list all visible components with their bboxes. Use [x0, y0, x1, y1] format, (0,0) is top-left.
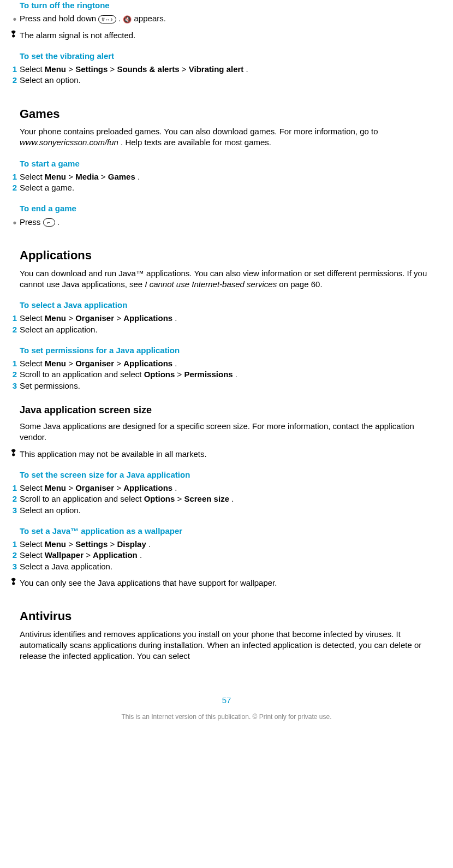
list-item: • Press and hold down #↔♪ . 🔇 appears.	[10, 13, 443, 24]
text: >	[116, 313, 123, 323]
text: >	[86, 550, 93, 560]
menu-path: Settings	[75, 64, 108, 74]
text: .	[175, 483, 177, 492]
list-item: 3 Select a Java application.	[10, 561, 443, 572]
text: appears.	[134, 14, 166, 23]
text: >	[68, 172, 75, 181]
step-text: Scroll to an application and select Opti…	[20, 369, 443, 380]
menu-path: Menu	[45, 539, 66, 549]
step-number: 1	[10, 171, 20, 182]
page-number: 57	[10, 695, 443, 706]
step-number: 2	[10, 550, 20, 561]
text: Scroll to an application and select	[20, 494, 144, 503]
task-title-set-permissions: To set permissions for a Java applicatio…	[20, 345, 443, 356]
menu-path: Menu	[45, 64, 66, 74]
text: .	[231, 494, 234, 503]
step-text: Select a Java application.	[20, 561, 443, 572]
menu-path: Options	[144, 494, 175, 503]
menu-path: Organiser	[75, 483, 114, 492]
text: Scroll to an application and select	[20, 370, 144, 379]
text: >	[177, 370, 184, 379]
note-row: ❢ This application may not be available …	[10, 449, 443, 460]
task-title-vibrating-alert: To set the vibrating alert	[20, 51, 443, 62]
bullet-icon: •	[10, 13, 20, 24]
step-text: Select Menu > Organiser > Applications .	[20, 313, 443, 324]
list-item: 2 Select Wallpaper > Application .	[10, 550, 443, 561]
task-title-end-game: To end a game	[20, 203, 443, 214]
text: Select	[20, 64, 45, 74]
text: Press and hold down	[20, 14, 98, 23]
task-title-set-screen-size: To set the screen size for a Java applic…	[20, 469, 443, 480]
menu-path: Sounds & alerts	[117, 64, 179, 74]
text: Select	[20, 172, 45, 181]
menu-path: Permissions	[184, 370, 233, 379]
step-number: 3	[10, 381, 20, 391]
menu-path: Wallpaper	[45, 550, 84, 560]
list-item: 1 Select Menu > Organiser > Applications…	[10, 483, 443, 494]
step-number: 1	[10, 358, 20, 369]
text: Select	[20, 359, 45, 368]
step-text: Select Menu > Settings > Sounds & alerts…	[20, 64, 443, 75]
step-text: Press and hold down #↔♪ . 🔇 appears.	[20, 13, 443, 24]
text: >	[68, 313, 75, 323]
list-item: 1 Select Menu > Settings > Sounds & aler…	[10, 64, 443, 75]
text: >	[110, 539, 117, 549]
step-number: 3	[10, 505, 20, 516]
menu-path: Organiser	[75, 359, 114, 368]
text: .	[138, 172, 140, 181]
text: Press	[20, 217, 43, 227]
menu-path: Games	[108, 172, 135, 181]
reference-text: I cannot use Internet-based services	[145, 280, 277, 289]
text: >	[68, 483, 75, 492]
mute-icon: 🔇	[123, 15, 132, 25]
task-title-select-java-app: To select a Java application	[20, 300, 443, 311]
text: .	[246, 64, 248, 74]
menu-path: Menu	[45, 172, 66, 181]
task-title-set-wallpaper: To set a Java™ application as a wallpape…	[20, 526, 443, 537]
list-item: 2 Select an application.	[10, 324, 443, 335]
text: .	[118, 14, 123, 23]
note-text: This application may not be available in…	[20, 449, 443, 460]
text: . Help texts are available for most game…	[121, 138, 271, 147]
text: Select	[20, 539, 45, 549]
paragraph: Some Java applications are designed for …	[20, 421, 443, 443]
bullet-icon: •	[10, 217, 20, 228]
text: >	[68, 64, 75, 74]
menu-path: Applications	[123, 313, 172, 323]
text: on page 60.	[279, 280, 322, 289]
document-page: To turn off the ringtone • Press and hol…	[0, 0, 453, 743]
note-row: ❢ The alarm signal is not affected.	[10, 30, 443, 41]
text: .	[148, 539, 151, 549]
sub-heading-java-screen-size: Java application screen size	[20, 403, 443, 417]
step-text: Select an option.	[20, 505, 443, 516]
list-item: 1 Select Menu > Organiser > Applications…	[10, 313, 443, 324]
menu-path: Applications	[123, 359, 172, 368]
text: >	[177, 494, 184, 503]
text: >	[116, 483, 123, 492]
step-text: Select Wallpaper > Application .	[20, 550, 443, 561]
menu-path: Options	[144, 370, 175, 379]
note-icon: ❢	[10, 449, 20, 457]
list-item: 1 Select Menu > Organiser > Applications…	[10, 358, 443, 369]
footer-text: This is an Internet version of this publ…	[10, 712, 443, 721]
menu-path: Media	[75, 172, 99, 181]
section-heading-applications: Applications	[20, 247, 443, 264]
note-text: The alarm signal is not affected.	[20, 30, 443, 41]
step-text: Select Menu > Settings > Display .	[20, 539, 443, 550]
menu-path: Application	[93, 550, 138, 560]
hash-key-icon: #↔♪	[98, 15, 116, 23]
step-number: 3	[10, 561, 20, 572]
menu-path: Screen size	[184, 494, 229, 503]
step-number: 2	[10, 369, 20, 380]
url-text: www.sonyericsson.com/fun	[20, 138, 118, 147]
menu-path: Menu	[45, 359, 66, 368]
text: Select	[20, 313, 45, 323]
note-icon: ❢	[10, 30, 20, 39]
list-item: 2 Select a game.	[10, 182, 443, 193]
step-number: 2	[10, 494, 20, 504]
step-text: Select an option.	[20, 75, 443, 86]
paragraph: Your phone contains preloaded games. You…	[20, 126, 443, 148]
note-text: You can only see the Java applications t…	[20, 578, 443, 588]
paragraph: Antivirus identifies and removes applica…	[20, 629, 443, 662]
section-heading-games: Games	[20, 106, 443, 122]
